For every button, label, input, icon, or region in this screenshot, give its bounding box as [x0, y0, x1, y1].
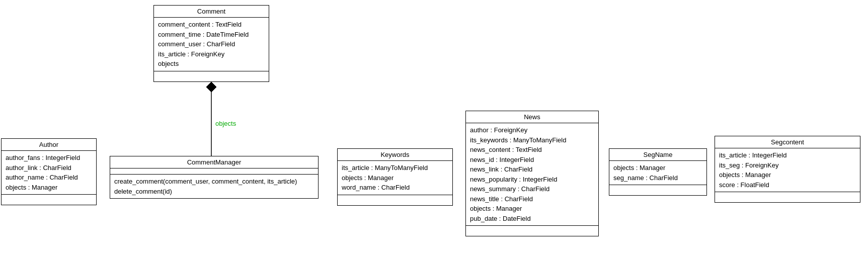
- class-author: Author author_fans : IntegerField author…: [1, 138, 97, 205]
- attr-news-link: news_link : CharField: [470, 164, 594, 175]
- attr-news-title: news_title : CharField: [470, 194, 594, 204]
- class-segname-header: SegName: [609, 149, 706, 161]
- class-keywords: Keywords its_article : ManyToManyField o…: [337, 148, 453, 206]
- class-author-attributes: author_fans : IntegerField author_link :…: [2, 151, 96, 195]
- attr-keywords-objects: objects : Manager: [342, 173, 448, 183]
- composition-diamond: [206, 82, 216, 92]
- attr-author-link: author_link : CharField: [6, 163, 92, 173]
- attr-author-fans: author_fans : IntegerField: [6, 153, 92, 163]
- class-comment: Comment comment_content : TextField comm…: [153, 5, 269, 82]
- class-segname-methods: [609, 185, 706, 195]
- uml-diagram: objects Comment comment_content : TextFi…: [0, 0, 868, 254]
- class-segname-title: SegName: [644, 151, 673, 158]
- class-news-title: News: [524, 113, 540, 121]
- class-comment-header: Comment: [154, 6, 269, 18]
- attr-segcontent-objects: objects : Manager: [719, 170, 856, 180]
- attr-segcontent-score: score : FloatField: [719, 180, 856, 190]
- attr-its-article: its_article : ForeignKey: [158, 49, 265, 59]
- attr-news-author: author : ForeignKey: [470, 125, 594, 135]
- objects-label: objects: [215, 120, 236, 127]
- class-comment-manager-methods: create_comment(comment_user, comment_con…: [110, 175, 318, 198]
- attr-news-id: news_id : IntegerField: [470, 155, 594, 165]
- attr-author-name: author_name : CharField: [6, 173, 92, 183]
- attr-segcontent-its-article: its_article : IntegerField: [719, 150, 856, 160]
- class-comment-manager-attributes: [110, 168, 318, 175]
- method-create-comment: create_comment(comment_user, comment_con…: [114, 177, 314, 187]
- class-keywords-methods: [338, 195, 452, 205]
- class-news-methods: [466, 226, 598, 236]
- class-comment-methods: [154, 71, 269, 81]
- attr-news-popularity: news_popularity : IntegerField: [470, 175, 594, 185]
- class-segcontent-methods: [715, 192, 860, 202]
- class-segcontent-header: Segcontent: [715, 136, 860, 148]
- class-comment-manager-title: CommentManager: [187, 158, 242, 166]
- method-delete-comment: delete_comment(id): [114, 187, 314, 197]
- attr-keywords-word-name: word_name : CharField: [342, 183, 448, 193]
- attr-segname-objects: objects : Manager: [613, 163, 702, 173]
- class-author-header: Author: [2, 139, 96, 151]
- attr-objects: objects: [158, 59, 265, 69]
- class-author-title: Author: [39, 141, 58, 148]
- attr-segname-seg-name: seg_name : CharField: [613, 173, 702, 183]
- class-segname-attributes: objects : Manager seg_name : CharField: [609, 161, 706, 185]
- class-keywords-header: Keywords: [338, 149, 452, 161]
- class-comment-manager-header: CommentManager: [110, 156, 318, 168]
- attr-comment-time: comment_time : DateTimeField: [158, 30, 265, 40]
- attr-comment-content: comment_content : TextField: [158, 20, 265, 30]
- class-keywords-title: Keywords: [380, 151, 409, 158]
- attr-news-its-keywords: its_keywords : ManyToManyField: [470, 135, 594, 145]
- class-segcontent-title: Segcontent: [771, 138, 804, 146]
- class-keywords-attributes: its_article : ManyToManyField objects : …: [338, 161, 452, 195]
- class-comment-title: Comment: [197, 8, 225, 15]
- class-segcontent: Segcontent its_article : IntegerField it…: [715, 136, 860, 203]
- class-news-attributes: author : ForeignKey its_keywords : ManyT…: [466, 123, 598, 226]
- class-segname: SegName objects : Manager seg_name : Cha…: [609, 148, 707, 196]
- attr-news-objects: objects : Manager: [470, 204, 594, 214]
- attr-keywords-its-article: its_article : ManyToManyField: [342, 163, 448, 173]
- class-news: News author : ForeignKey its_keywords : …: [465, 111, 599, 236]
- class-author-methods: [2, 195, 96, 205]
- class-comment-attributes: comment_content : TextField comment_time…: [154, 18, 269, 71]
- class-segcontent-attributes: its_article : IntegerField its_seg : For…: [715, 148, 860, 192]
- attr-segcontent-its-seg: its_seg : ForeignKey: [719, 160, 856, 171]
- connectors-svg: objects: [0, 0, 868, 254]
- attr-news-summary: news_summary : CharField: [470, 184, 594, 194]
- attr-news-pub-date: pub_date : DateField: [470, 214, 594, 224]
- attr-comment-user: comment_user : CharField: [158, 39, 265, 49]
- class-comment-manager: CommentManager create_comment(comment_us…: [110, 156, 319, 199]
- attr-author-objects: objects : Manager: [6, 183, 92, 193]
- attr-news-content: news_content : TextField: [470, 145, 594, 155]
- class-news-header: News: [466, 111, 598, 123]
